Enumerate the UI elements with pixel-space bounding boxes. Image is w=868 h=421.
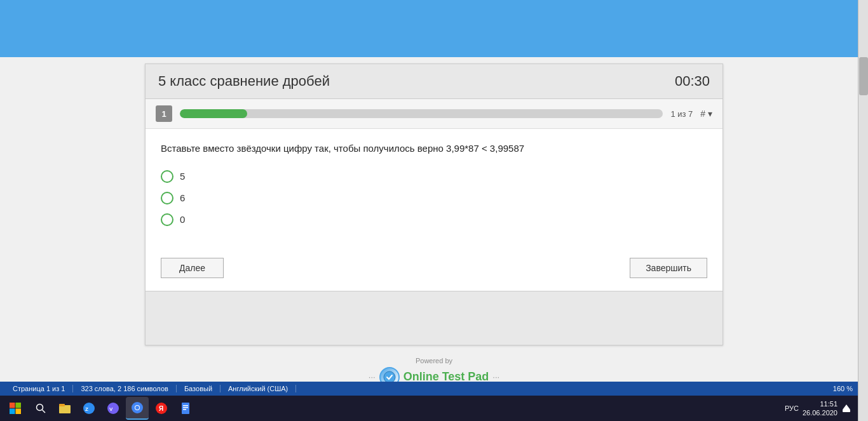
card-lower-section	[146, 291, 722, 345]
svg-rect-4	[16, 409, 22, 415]
taskbar-language: РУС	[785, 404, 799, 412]
buttons-row: Далее Завершить	[146, 258, 722, 291]
next-button[interactable]: Далее	[161, 258, 224, 278]
status-word-count: 323 слова, 2 186 символов	[73, 385, 176, 392]
taskbar: Z V Я РУС 11:51 26.06.2020	[0, 396, 858, 421]
svg-point-0	[384, 371, 395, 383]
taskbar-date-display: 26.06.2020	[803, 408, 837, 417]
svg-rect-1	[10, 403, 15, 408]
scrollbar-thumb[interactable]	[859, 57, 868, 95]
taskbar-zoom[interactable]: Z	[78, 397, 100, 420]
progress-text: 1 из 7	[670, 109, 693, 119]
svg-rect-22	[843, 410, 850, 412]
progress-area: 1 1 из 7 # ▾	[146, 99, 722, 129]
hash-dropdown[interactable]: # ▾	[700, 109, 712, 119]
taskbar-yandex[interactable]: Я	[150, 397, 173, 420]
svg-point-5	[37, 404, 43, 411]
taskbar-right-area: РУС 11:51 26.06.2020	[785, 399, 855, 418]
main-area: 5 класс сравнение дробей 00:30 1 1 из 7 …	[0, 57, 868, 391]
quiz-header: 5 класс сравнение дробей 00:30	[146, 64, 722, 99]
taskbar-chrome[interactable]	[126, 397, 149, 420]
footer-dots-right: ···	[492, 372, 499, 382]
svg-rect-20	[183, 407, 188, 408]
question-body: Вставьте вместо звёздочки цифру так, что…	[146, 129, 722, 258]
radio-option-1[interactable]	[161, 170, 173, 183]
svg-marker-23	[843, 404, 850, 410]
taskbar-search-button[interactable]	[29, 397, 52, 420]
svg-text:Z: Z	[85, 406, 88, 412]
option-label-3: 0	[180, 214, 185, 225]
status-page-info: Страница 1 из 1	[5, 385, 73, 392]
svg-text:V: V	[109, 406, 113, 412]
progress-bar-fill	[180, 109, 247, 118]
option-label-1: 5	[180, 171, 185, 182]
svg-text:Я: Я	[159, 405, 163, 412]
question-text: Вставьте вместо звёздочки цифру так, что…	[161, 142, 707, 156]
header-bar	[0, 0, 868, 57]
svg-rect-8	[59, 404, 65, 406]
progress-bar-container	[180, 109, 663, 118]
status-zoom: 160 %	[833, 385, 853, 392]
option-item-3[interactable]: 0	[161, 213, 707, 226]
quiz-title: 5 класс сравнение дробей	[158, 73, 330, 90]
notification-icon[interactable]	[841, 403, 851, 413]
svg-rect-2	[16, 403, 22, 408]
windows-start-button[interactable]	[3, 397, 28, 420]
footer-powered-text: Powered by	[416, 357, 452, 364]
quiz-timer: 00:30	[675, 73, 710, 90]
svg-rect-18	[182, 403, 189, 414]
taskbar-clock: 11:51 26.06.2020	[803, 399, 837, 418]
svg-line-6	[43, 410, 46, 413]
status-right: 160 %	[833, 385, 853, 392]
footer-dots-left: ···	[369, 372, 376, 382]
svg-rect-3	[10, 409, 15, 415]
finish-button[interactable]: Завершить	[630, 258, 707, 278]
taskbar-docs[interactable]	[174, 397, 197, 420]
status-bar: Страница 1 из 1 323 слова, 2 186 символо…	[0, 382, 858, 396]
radio-option-2[interactable]	[161, 192, 173, 204]
radio-option-3[interactable]	[161, 213, 173, 226]
status-style: Базовый	[177, 385, 220, 392]
scrollbar[interactable]	[858, 0, 868, 421]
options-list: 5 6 0	[161, 170, 707, 226]
taskbar-file-explorer[interactable]	[53, 397, 76, 420]
quiz-card: 5 класс сравнение дробей 00:30 1 1 из 7 …	[145, 63, 723, 345]
option-item-2[interactable]: 6	[161, 192, 707, 204]
svg-rect-19	[183, 405, 188, 406]
status-language: Английский (США)	[220, 385, 296, 392]
taskbar-viber[interactable]: V	[102, 397, 125, 420]
option-label-2: 6	[180, 192, 185, 203]
svg-rect-21	[183, 409, 186, 410]
taskbar-time-display: 11:51	[803, 399, 837, 408]
svg-point-15	[135, 406, 139, 410]
option-item-1[interactable]: 5	[161, 170, 707, 183]
question-number-badge: 1	[156, 105, 172, 122]
